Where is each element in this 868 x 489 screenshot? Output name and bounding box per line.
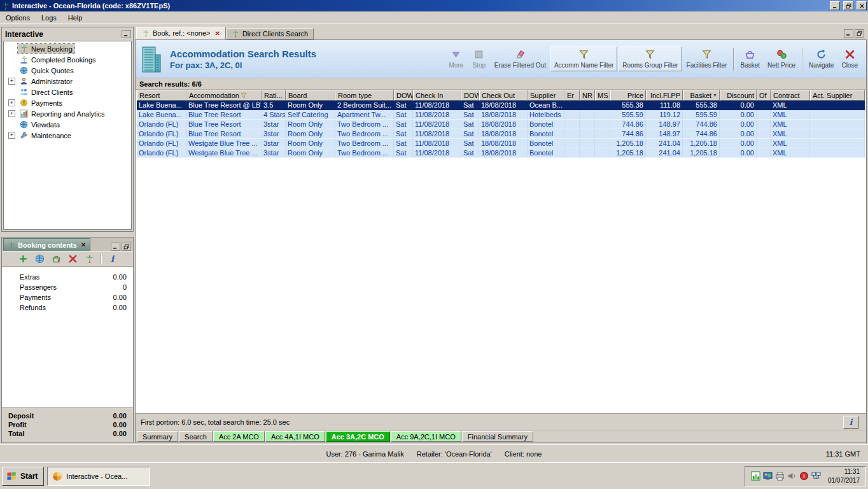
column-header-18-contract[interactable]: Contract (771, 90, 810, 101)
add-button[interactable] (18, 253, 29, 264)
sidebar-item-label: Payments (31, 99, 62, 107)
more-button[interactable]: More (445, 47, 467, 71)
bottom-tab-acc-4a-1i-mco[interactable]: Acc 4A,1I MCO (265, 431, 325, 442)
restore-panel-button[interactable] (122, 243, 131, 251)
cell: Lake Buena... (137, 110, 186, 119)
close-tab-icon[interactable]: ✕ (215, 30, 220, 37)
cell (564, 129, 580, 138)
bottom-tab-acc-3a-2c-mco[interactable]: Acc 3A,2C MCO (326, 431, 390, 442)
column-header-4-room-type[interactable]: Room type (335, 90, 394, 101)
menu-options[interactable]: Options (0, 12, 36, 24)
display-tray-icon[interactable] (763, 471, 773, 481)
close-window-button[interactable] (857, 1, 867, 10)
column-header-10-er[interactable]: Er (564, 90, 580, 101)
sidebar-item-maintenance[interactable]: +Maintenance (4, 130, 131, 141)
column-header-label: Of (759, 92, 767, 99)
alert-tray-icon[interactable]: ! (799, 471, 809, 481)
sidebar-item-reporting-and-analytics[interactable]: +Reporting and Analytics (4, 108, 131, 119)
table-row[interactable]: Orlando (FL)Westgate Blue Tree ...3starR… (137, 148, 865, 158)
table-row[interactable]: Orlando (FL)Blue Tree Resort3starRoom On… (137, 120, 865, 129)
erase-filtered-out-button[interactable]: Erase Filtered Out (491, 47, 549, 71)
nett-price-button[interactable]: Nett Price (764, 47, 799, 71)
column-header-7-dow[interactable]: DOW (461, 90, 479, 101)
bottom-tab-acc-2a-mco[interactable]: Acc 2A MCO (213, 431, 265, 442)
table-row[interactable]: Orlando (FL)Westgate Blue Tree ...3starR… (137, 139, 865, 148)
bottom-tab-acc-9a-2c-1i-mco[interactable]: Acc 9A,2C,1I MCO (391, 431, 461, 442)
column-header-1-accommodation[interactable]: Accommodation (186, 90, 262, 101)
cell: 148.97 (646, 129, 683, 138)
table-row[interactable]: Lake Buena...Blue Tree Resort @ LBV3.5Ro… (137, 101, 865, 110)
menu-logs[interactable]: Logs (36, 12, 62, 24)
network-tray-icon[interactable] (811, 471, 821, 481)
tab-book-ref-none[interactable]: Book. ref.: <none>✕ (136, 27, 226, 39)
minimize-window-button[interactable] (830, 1, 840, 10)
stop-button[interactable]: Stop (468, 47, 490, 71)
cell: 2 Bedroom Suit... (335, 101, 394, 110)
minimize-panel-button[interactable] (111, 243, 120, 251)
collapse-panel-button[interactable] (122, 30, 131, 38)
column-header-12-ms[interactable]: MS (595, 90, 610, 101)
expand-icon[interactable]: + (8, 99, 15, 106)
menu-help[interactable]: Help (62, 12, 88, 24)
column-header-3-board[interactable]: Board (286, 90, 335, 101)
close-button[interactable]: Close (838, 47, 861, 71)
palm-button[interactable] (84, 253, 95, 264)
delete-button[interactable] (67, 253, 78, 264)
web-button[interactable] (34, 253, 45, 264)
accomm-name-filter-button[interactable]: Accomm Name Filter (550, 46, 617, 71)
expand-icon[interactable]: + (8, 110, 15, 117)
facilities-filter-button[interactable]: Facilities Filter (683, 47, 731, 71)
restore-window-button[interactable] (843, 1, 853, 10)
sidebar-item-completed-bookings[interactable]: Completed Bookings (4, 54, 131, 65)
info-button[interactable]: i (107, 253, 118, 264)
printer-tray-icon[interactable] (775, 471, 785, 481)
cell: 3star (262, 129, 286, 138)
navigate-button[interactable]: Navigate (806, 47, 837, 71)
sidebar-item-administrator[interactable]: +Administrator (4, 76, 131, 87)
chart-tray-icon[interactable] (751, 471, 760, 481)
basket-add-button[interactable] (51, 253, 62, 264)
column-header-13-price[interactable]: Price (610, 90, 646, 101)
table-row[interactable]: Orlando (FL)Blue Tree Resort3starRoom On… (137, 129, 865, 139)
table-row[interactable]: Lake Buena...Blue Tree Resort4 StarsSelf… (137, 110, 865, 120)
rooms-group-filter-button[interactable]: Rooms Group Filter (619, 46, 682, 71)
column-header-6-check-in[interactable]: Check In (413, 90, 461, 101)
info-button[interactable]: i (843, 416, 858, 429)
column-header-19-act-supplier[interactable]: Act. Supplier (810, 90, 865, 101)
column-header-17-of[interactable]: Of (757, 90, 771, 101)
column-header-label: Check Out (482, 92, 515, 99)
sidebar-item-quick-quotes[interactable]: Quick Quotes (4, 65, 131, 76)
tab-direct-clients-search[interactable]: Direct Clients Search (226, 28, 314, 39)
sidebar-item-viewdata[interactable]: Viewdata (4, 119, 131, 130)
expand-icon[interactable]: + (8, 132, 15, 139)
column-header-11-nr[interactable]: NR (580, 90, 595, 101)
restore-document-button[interactable] (855, 29, 864, 38)
volume-tray-icon[interactable] (787, 471, 797, 481)
basket-button[interactable]: Basket (737, 47, 763, 71)
column-header-8-check-out[interactable]: Check Out (479, 90, 528, 101)
column-header-16-discount[interactable]: Discount (720, 90, 757, 101)
taskbar-app-button[interactable]: Interactive - Ocea... (47, 467, 150, 486)
column-header-14-incl-fl-pp[interactable]: Incl.Fl.PP (646, 90, 683, 101)
completed-bookings-icon (20, 55, 28, 64)
bottom-tab-financial-summary[interactable]: Financial Summary (462, 431, 533, 442)
start-button[interactable]: Start (2, 467, 44, 486)
column-header-0-resort[interactable]: Resort (137, 90, 186, 101)
restore-icon (123, 244, 129, 250)
sidebar-item-payments[interactable]: +$Payments (4, 97, 131, 108)
column-header-2-rati[interactable]: Rati... (262, 90, 286, 101)
bottom-tab-label: Acc 4A,1I MCO (271, 433, 319, 441)
sidebar-item-new-booking[interactable]: New Booking (4, 43, 131, 54)
minimize-document-button[interactable] (844, 29, 853, 38)
bottom-tab-summary[interactable]: Summary (137, 431, 178, 442)
sidebar-item-body: Viewdata (18, 120, 62, 129)
close-tab-icon[interactable]: ✕ (81, 241, 86, 248)
column-header-9-supplier[interactable]: Supplier (528, 90, 564, 101)
bottom-tab-search[interactable]: Search (179, 431, 213, 442)
sidebar-item-direct-clients[interactable]: Direct Clients (4, 87, 131, 97)
expand-icon[interactable]: + (8, 78, 15, 85)
column-header-5-dow[interactable]: DOW (394, 90, 413, 101)
column-header-15-basket[interactable]: Basket▼ (683, 90, 720, 101)
tab-booking-contents[interactable]: Booking contents ✕ (3, 238, 90, 251)
accomm-name-filter-label: Accomm Name Filter (554, 62, 613, 69)
